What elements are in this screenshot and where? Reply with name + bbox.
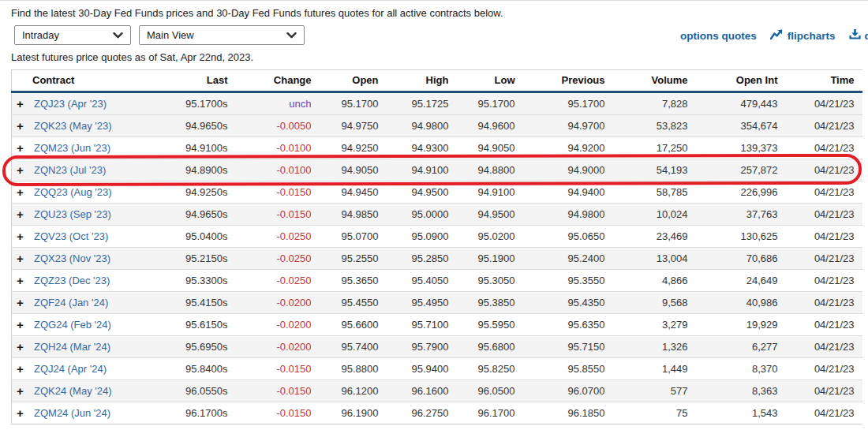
change-cell: -0.0150	[236, 358, 320, 380]
change-cell: -0.0150	[236, 181, 320, 204]
expand-row-button[interactable]: +	[17, 165, 28, 176]
expand-row-button[interactable]: +	[17, 342, 28, 353]
open-cell: 94.9250	[320, 137, 387, 159]
high-cell: 94.9500	[387, 181, 457, 204]
expand-row-button[interactable]: +	[17, 297, 28, 308]
last-cell: 94.8900s	[159, 159, 236, 181]
open-cell: 95.2550	[320, 248, 387, 270]
volume-cell: 58,785	[613, 181, 696, 204]
time-cell: 04/21/23	[786, 92, 862, 115]
column-header-last[interactable]: Last	[159, 70, 236, 92]
time-cell: 04/21/23	[786, 292, 862, 314]
contract-link[interactable]: ZQX23 (Nov '23)	[34, 253, 110, 264]
change-cell: -0.0250	[236, 226, 320, 248]
column-header-time[interactable]: Time	[786, 70, 862, 92]
open-int-cell: 479,443	[696, 92, 786, 115]
contract-link[interactable]: ZQF24 (Jan '24)	[34, 297, 108, 308]
contract-link[interactable]: ZQU23 (Sep '23)	[34, 209, 111, 220]
low-cell: 95.1700	[457, 92, 523, 115]
last-cell: 94.9250s	[159, 181, 236, 204]
expand-row-button[interactable]: +	[17, 386, 28, 397]
volume-cell: 17,250	[613, 137, 696, 159]
last-cell: 94.9100s	[159, 137, 236, 159]
high-cell: 95.2850	[387, 248, 457, 270]
open-cell: 95.0700	[320, 226, 387, 248]
download-link[interactable]: d	[849, 28, 868, 43]
as-of-text: Latest futures price quotes as of Sat, A…	[11, 51, 253, 63]
previous-cell: 94.9800	[523, 204, 613, 226]
options-quotes-link[interactable]: options quotes	[680, 30, 757, 42]
open-cell: 95.6600	[320, 314, 387, 336]
table-row: +ZQH24 (Mar '24)95.6950s-0.020095.740095…	[12, 336, 862, 358]
high-cell: 95.7900	[387, 336, 457, 358]
open-cell: 95.7400	[320, 336, 387, 358]
contract-link[interactable]: ZQM24 (Jun '24)	[34, 408, 110, 419]
previous-cell: 96.0700	[523, 380, 613, 402]
previous-cell: 95.0650	[523, 226, 613, 248]
volume-cell: 54,193	[613, 159, 696, 181]
volume-cell: 13,004	[613, 248, 696, 270]
contract-cell: +ZQM23 (Jun '23)	[12, 137, 159, 159]
expand-row-button[interactable]: +	[17, 99, 28, 110]
contract-link[interactable]: ZQN23 (Jul '23)	[34, 165, 106, 176]
contract-link[interactable]: ZQQ23 (Aug '23)	[34, 187, 112, 198]
open-int-cell: 8,363	[696, 380, 786, 402]
previous-cell: 94.9200	[523, 137, 613, 159]
contract-cell: +ZQN23 (Jul '23)	[12, 159, 159, 181]
column-header-low[interactable]: Low	[457, 70, 523, 92]
expand-row-button[interactable]: +	[17, 364, 28, 375]
last-cell: 95.1700s	[159, 92, 236, 115]
last-cell: 95.0400s	[159, 226, 236, 248]
contract-link[interactable]: ZQJ24 (Apr '24)	[34, 364, 107, 375]
previous-cell: 94.9000	[523, 159, 613, 181]
expand-row-button[interactable]: +	[17, 408, 28, 419]
low-cell: 96.0500	[457, 380, 523, 402]
contract-link[interactable]: ZQK23 (May '23)	[34, 121, 112, 132]
last-cell: 95.8400s	[159, 358, 236, 380]
expand-row-button[interactable]: +	[17, 231, 28, 242]
previous-cell: 96.1850	[523, 402, 613, 424]
expand-row-button[interactable]: +	[17, 320, 28, 331]
open-int-cell: 70,686	[696, 248, 786, 270]
open-cell: 94.9750	[320, 115, 387, 137]
volume-cell: 4,866	[613, 270, 696, 292]
expand-row-button[interactable]: +	[17, 143, 28, 154]
contract-link[interactable]: ZQH24 (Mar '24)	[34, 342, 110, 353]
timeframe-select[interactable]: Intraday	[14, 25, 131, 45]
previous-cell: 94.9400	[523, 181, 613, 204]
column-header-high[interactable]: High	[387, 70, 457, 92]
view-select[interactable]: Main View	[139, 25, 305, 45]
high-cell: 95.4050	[387, 270, 457, 292]
volume-cell: 1,326	[613, 336, 696, 358]
expand-row-button[interactable]: +	[17, 187, 28, 198]
high-cell: 95.0900	[387, 226, 457, 248]
column-header-contract[interactable]: Contract	[12, 70, 159, 92]
column-header-volume[interactable]: Volume	[613, 70, 696, 92]
open-cell: 95.8800	[320, 358, 387, 380]
expand-row-button[interactable]: +	[17, 275, 28, 286]
time-cell: 04/21/23	[786, 204, 862, 226]
column-header-previous[interactable]: Previous	[523, 70, 613, 92]
high-cell: 94.9100	[387, 159, 457, 181]
column-header-change[interactable]: Change	[236, 70, 320, 92]
contract-link[interactable]: ZQZ23 (Dec '23)	[34, 275, 110, 286]
table-row: +ZQN23 (Jul '23)94.8900s-0.010094.905094…	[12, 159, 862, 181]
flipcharts-link[interactable]: flipcharts	[770, 29, 836, 43]
column-header-open[interactable]: Open	[320, 70, 387, 92]
open-cell: 96.1200	[320, 380, 387, 402]
contract-link[interactable]: ZQK24 (May '24)	[34, 386, 112, 397]
expand-row-button[interactable]: +	[17, 121, 28, 132]
contract-link[interactable]: ZQM23 (Jun '23)	[34, 143, 110, 154]
time-cell: 04/21/23	[786, 159, 862, 181]
open-int-cell: 130,625	[696, 226, 786, 248]
contract-link[interactable]: ZQJ23 (Apr '23)	[34, 99, 107, 110]
expand-row-button[interactable]: +	[17, 209, 28, 220]
change-cell: -0.0150	[236, 380, 320, 402]
expand-row-button[interactable]: +	[17, 253, 28, 264]
column-header-open-int[interactable]: Open Int	[696, 70, 786, 92]
contract-cell: +ZQV23 (Oct '23)	[12, 226, 159, 248]
table-row: +ZQX23 (Nov '23)95.2150s-0.025095.255095…	[12, 248, 862, 270]
contract-link[interactable]: ZQV23 (Oct '23)	[34, 231, 108, 242]
table-row: +ZQK24 (May '24)96.0550s-0.015096.120096…	[12, 380, 862, 402]
contract-link[interactable]: ZQG24 (Feb '24)	[34, 320, 111, 331]
